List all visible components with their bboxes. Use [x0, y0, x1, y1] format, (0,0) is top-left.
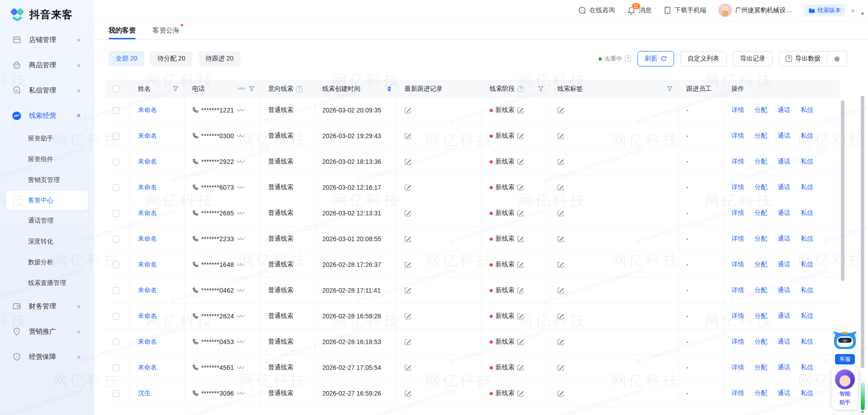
version-switcher[interactable]: 线索版本	[804, 5, 845, 16]
edit-tags-icon[interactable]	[557, 261, 564, 268]
lead-name-link[interactable]: 未命名	[138, 261, 157, 269]
action-private-message[interactable]: 私信	[801, 106, 813, 114]
reveal-glasses-icon[interactable]	[237, 160, 244, 164]
chevron-down-icon[interactable]: ∨	[850, 8, 855, 14]
reveal-glasses-icon[interactable]	[237, 340, 244, 344]
action-call[interactable]: 通话	[778, 235, 790, 243]
sort-icon[interactable]	[387, 86, 391, 92]
export-records-button[interactable]: 导出记录	[733, 51, 773, 66]
sidebar-subitem-retain-assistant[interactable]: 留资助手	[0, 128, 94, 149]
action-call[interactable]: 通话	[778, 261, 790, 269]
edit-tags-icon[interactable]	[557, 236, 564, 242]
lead-name-link[interactable]: 未命名	[138, 338, 157, 346]
edit-stage-icon[interactable]	[517, 261, 524, 268]
edit-stage-icon[interactable]	[517, 107, 524, 114]
action-detail[interactable]: 详情	[731, 235, 744, 243]
action-call[interactable]: 通话	[778, 132, 790, 140]
edit-tags-icon[interactable]	[557, 184, 564, 191]
tab-public-pool[interactable]: 客资公海	[152, 21, 179, 39]
filter-funnel-icon[interactable]	[249, 86, 255, 92]
edit-stage-icon[interactable]	[517, 184, 524, 191]
action-private-message[interactable]: 私信	[801, 312, 813, 320]
filter-funnel-icon[interactable]	[173, 86, 179, 92]
action-call[interactable]: 通话	[778, 158, 790, 166]
action-detail[interactable]: 详情	[731, 312, 744, 320]
edit-stage-icon[interactable]	[517, 364, 524, 371]
action-assign[interactable]: 分配	[755, 209, 767, 217]
sidebar-item-store[interactable]: 店铺管理 ∨	[0, 27, 94, 52]
download-app-button[interactable]: 下载手机端	[664, 6, 706, 14]
row-checkbox[interactable]	[113, 287, 119, 294]
edit-tags-icon[interactable]	[557, 287, 564, 294]
sidebar-subitem-deep-conversion[interactable]: 深度转化	[0, 231, 94, 252]
action-private-message[interactable]: 私信	[801, 209, 813, 217]
scrollbar-down-arrow[interactable]	[861, 411, 864, 414]
action-detail[interactable]: 详情	[731, 338, 744, 346]
reveal-glasses-icon[interactable]	[237, 314, 244, 318]
action-detail[interactable]: 详情	[731, 132, 744, 140]
edit-tags-icon[interactable]	[557, 210, 564, 217]
edit-tags-icon[interactable]	[557, 313, 564, 320]
action-detail[interactable]: 详情	[731, 158, 744, 166]
action-call[interactable]: 通话	[778, 286, 790, 294]
lead-name-link[interactable]: 未命名	[138, 235, 157, 243]
reveal-glasses-icon[interactable]	[238, 87, 245, 91]
action-assign[interactable]: 分配	[755, 389, 767, 397]
row-checkbox[interactable]	[113, 313, 119, 320]
edit-record-icon[interactable]	[405, 261, 411, 268]
select-all-checkbox[interactable]	[113, 85, 119, 92]
row-checkbox[interactable]	[113, 339, 119, 345]
edit-stage-icon[interactable]	[517, 313, 524, 320]
action-private-message[interactable]: 私信	[801, 132, 813, 140]
row-checkbox[interactable]	[113, 184, 119, 191]
action-detail[interactable]: 详情	[731, 364, 744, 372]
action-assign[interactable]: 分配	[755, 364, 767, 372]
action-detail[interactable]: 详情	[731, 389, 744, 397]
reveal-glasses-icon[interactable]	[237, 108, 244, 112]
action-detail[interactable]: 详情	[731, 106, 744, 114]
row-checkbox[interactable]	[113, 133, 119, 140]
action-private-message[interactable]: 私信	[801, 364, 813, 372]
sidebar-item-leads[interactable]: 线索经营 ∨	[0, 103, 94, 128]
edit-record-icon[interactable]	[405, 339, 411, 345]
segment-to-follow[interactable]: 待跟进 20	[198, 51, 241, 66]
sidebar-subitem-data-analysis[interactable]: 数据分析	[0, 252, 94, 273]
sidebar-item-promotion[interactable]: 营销推广 ∨	[0, 319, 94, 344]
reveal-glasses-icon[interactable]	[237, 186, 244, 190]
segment-all[interactable]: 全部 20	[108, 51, 144, 66]
table-scrollbar-thumb[interactable]	[841, 100, 844, 281]
action-private-message[interactable]: 私信	[801, 158, 813, 166]
scrollbar-up-arrow[interactable]	[861, 12, 864, 14]
help-icon[interactable]: ?	[625, 56, 631, 62]
edit-tags-icon[interactable]	[557, 159, 564, 165]
filter-funnel-icon[interactable]	[538, 86, 544, 92]
action-detail[interactable]: 详情	[731, 183, 744, 191]
edit-stage-icon[interactable]	[517, 159, 524, 165]
edit-tags-icon[interactable]	[557, 364, 564, 371]
sidebar-subitem-call-management[interactable]: 通话管理	[0, 210, 94, 231]
customize-columns-button[interactable]: 自定义列表	[680, 51, 726, 66]
action-detail[interactable]: 详情	[731, 261, 744, 269]
account-menu[interactable]: 广州捷翼豹机械设…	[718, 4, 792, 17]
action-assign[interactable]: 分配	[755, 235, 767, 243]
sidebar-subitem-marketing-page[interactable]: 营销页管理	[0, 170, 94, 191]
reveal-glasses-icon[interactable]	[237, 366, 244, 370]
action-private-message[interactable]: 私信	[801, 389, 813, 397]
reveal-glasses-icon[interactable]	[237, 392, 244, 396]
action-private-message[interactable]: 私信	[801, 286, 813, 294]
lead-name-link[interactable]: 未命名	[138, 183, 157, 191]
online-consult-button[interactable]: 在线咨询	[578, 6, 615, 15]
lead-name-link[interactable]: 未命名	[138, 132, 157, 140]
sidebar-item-products[interactable]: 商品管理 ∨	[0, 52, 94, 78]
export-data-button[interactable]: ? 导出数据	[779, 51, 827, 66]
lead-name-link[interactable]: 沈生	[138, 389, 151, 397]
action-assign[interactable]: 分配	[755, 261, 767, 269]
action-private-message[interactable]: 私信	[801, 235, 813, 243]
edit-stage-icon[interactable]	[517, 210, 524, 217]
edit-tags-icon[interactable]	[557, 107, 564, 114]
reveal-glasses-icon[interactable]	[237, 237, 244, 241]
row-checkbox[interactable]	[113, 210, 119, 217]
action-call[interactable]: 通话	[778, 389, 790, 397]
action-private-message[interactable]: 私信	[801, 183, 813, 191]
action-assign[interactable]: 分配	[755, 338, 767, 346]
